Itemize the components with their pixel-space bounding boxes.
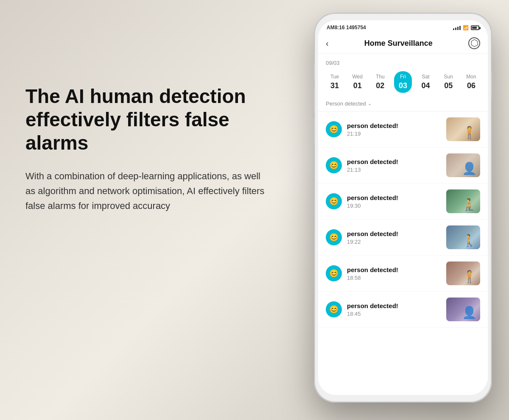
day-name: Wed — [352, 74, 362, 80]
day-num: 05 — [444, 81, 453, 90]
event-info: person detected! 19:30 — [347, 194, 441, 209]
event-title: person detected! — [347, 302, 441, 309]
person-figure-icon: 👤 — [462, 306, 477, 320]
event-thumbnail: 🚶 — [446, 225, 480, 249]
event-info: person detected! 18:58 — [347, 266, 441, 281]
event-icon: 😊 — [326, 193, 342, 209]
event-time: 18:45 — [347, 311, 441, 317]
battery-icon — [471, 25, 479, 30]
event-item[interactable]: 😊 person detected! 19:30 🧎 — [318, 184, 488, 220]
day-name: Thu — [376, 74, 385, 80]
event-icon: 😊 — [326, 265, 342, 281]
event-info: person detected! 18:45 — [347, 302, 441, 317]
status-bar: AM8:16 1495754 📶 — [318, 20, 488, 33]
settings-button[interactable] — [468, 37, 480, 49]
day-num: 01 — [353, 81, 362, 90]
day-name: Fri — [400, 74, 406, 80]
mute-button — [314, 64, 314, 81]
event-thumbnail: 🧎 — [446, 189, 480, 213]
day-name: Tue — [330, 74, 339, 80]
event-title: person detected! — [347, 230, 441, 237]
day-item-fri[interactable]: Fri 03 — [394, 71, 412, 93]
app-title: Home Surveillance — [364, 39, 433, 48]
day-num: 03 — [399, 81, 407, 90]
event-thumbnail: 👤 — [446, 298, 480, 321]
event-time: 19:30 — [347, 203, 441, 209]
event-time: 18:58 — [347, 275, 441, 281]
event-icon: 😊 — [326, 121, 342, 137]
day-item-sat[interactable]: Sat 04 — [417, 71, 435, 93]
day-item-thu[interactable]: Thu 02 — [371, 71, 389, 93]
event-item[interactable]: 😊 person detected! 18:58 🧍 — [318, 256, 488, 292]
event-info: person detected! 21:13 — [347, 158, 441, 173]
day-item-wed[interactable]: Wed 01 — [349, 71, 366, 93]
phone-body: AM8:16 1495754 📶 ‹ Home — [314, 13, 492, 403]
day-name: Sat — [422, 74, 430, 80]
event-item[interactable]: 😊 person detected! 21:13 👤 — [318, 147, 488, 184]
day-selector: Tue 31 Wed 01 Thu 02 Fri 03 Sat 04 Sun 0… — [326, 71, 480, 93]
events-list: 😊 person detected! 21:19 🧍 😊 person dete… — [318, 111, 488, 389]
app-header: ‹ Home Surveillance — [318, 33, 488, 54]
event-icon: 😊 — [326, 229, 342, 245]
camera-detection-icon: 😊 — [329, 197, 338, 206]
event-item[interactable]: 😊 person detected! 18:45 👤 — [318, 292, 488, 328]
event-info: person detected! 21:19 — [347, 122, 441, 137]
status-time: AM8:16 1495754 — [327, 25, 366, 31]
phone-screen: AM8:16 1495754 📶 ‹ Home — [318, 20, 488, 395]
day-num: 02 — [376, 81, 384, 90]
sub-text: With a combination of deep-learning appl… — [25, 169, 271, 214]
power-button — [492, 72, 492, 97]
camera-detection-icon: 😊 — [329, 233, 338, 242]
phone-mockup: AM8:16 1495754 📶 ‹ Home — [314, 13, 492, 403]
date-label: 09/03 — [326, 60, 480, 66]
person-figure-icon: 🧎 — [462, 197, 477, 211]
event-title: person detected! — [347, 194, 441, 201]
camera-detection-icon: 😊 — [329, 161, 338, 170]
event-thumbnail: 🧍 — [446, 117, 480, 141]
day-item-tue[interactable]: Tue 31 — [326, 71, 344, 93]
event-time: 21:19 — [347, 131, 441, 137]
day-num: 06 — [467, 81, 475, 90]
filter-arrow-icon: ⌄ — [368, 101, 372, 106]
day-name: Sun — [444, 74, 453, 80]
day-item-sun[interactable]: Sun 05 — [439, 71, 457, 93]
day-num: 31 — [330, 81, 339, 90]
camera-detection-icon: 😊 — [329, 305, 338, 314]
left-content: The AI human detection effectively filte… — [25, 85, 271, 213]
wifi-icon: 📶 — [463, 25, 469, 31]
volume-down-button — [314, 118, 314, 143]
camera-detection-icon: 😊 — [329, 269, 338, 278]
event-time: 19:22 — [347, 239, 441, 245]
event-time: 21:13 — [347, 167, 441, 173]
event-icon: 😊 — [326, 157, 342, 173]
day-num: 04 — [422, 81, 430, 90]
status-icons: 📶 — [453, 25, 479, 31]
event-icon: 😊 — [326, 301, 342, 317]
event-title: person detected! — [347, 158, 441, 165]
event-item[interactable]: 😊 person detected! 21:19 🧍 — [318, 111, 488, 147]
date-section: 09/03 Tue 31 Wed 01 Thu 02 Fri 03 Sat 04… — [318, 54, 488, 96]
event-title: person detected! — [347, 266, 441, 273]
event-title: person detected! — [347, 122, 441, 129]
day-item-mon[interactable]: Mon 06 — [462, 71, 480, 93]
person-figure-icon: 🧍 — [462, 125, 477, 139]
person-figure-icon: 👤 — [462, 161, 477, 175]
filter-label: Person detected — [326, 100, 366, 107]
event-item[interactable]: 😊 person detected! 19:22 🚶 — [318, 220, 488, 256]
filter-bar[interactable]: Person detected ⌄ — [318, 96, 488, 111]
event-thumbnail: 👤 — [446, 153, 480, 177]
day-name: Mon — [466, 74, 476, 80]
camera-detection-icon: 😊 — [329, 125, 338, 134]
person-figure-icon: 🚶 — [462, 234, 477, 248]
event-info: person detected! 19:22 — [347, 230, 441, 245]
event-thumbnail: 🧍 — [446, 261, 480, 285]
signal-icon — [453, 25, 461, 30]
main-heading: The AI human detection effectively filte… — [25, 85, 271, 155]
person-figure-icon: 🧍 — [462, 270, 477, 284]
volume-up-button — [314, 87, 314, 112]
back-button[interactable]: ‹ — [326, 39, 329, 48]
